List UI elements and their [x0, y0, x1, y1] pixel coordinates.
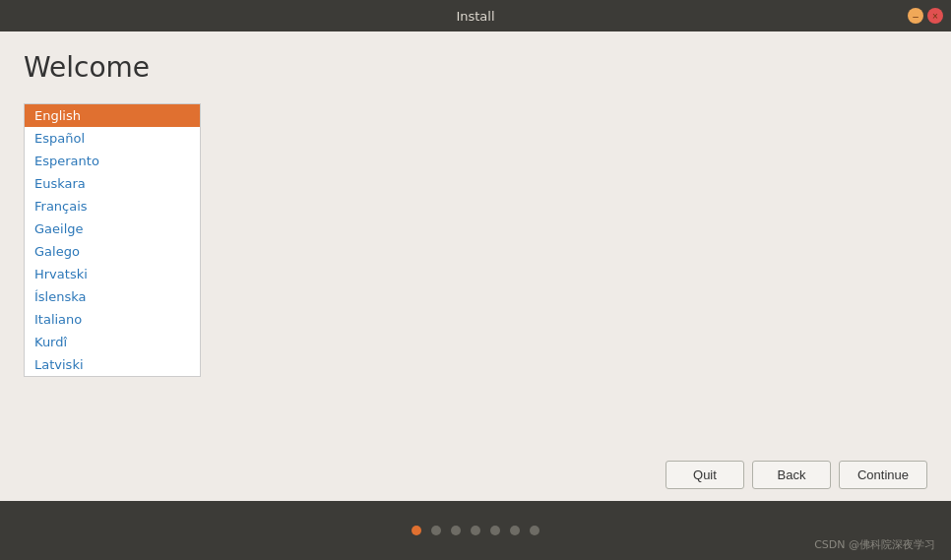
language-list[interactable]: EnglishEspañolEsperantoEuskaraFrançaisGa… [24, 103, 201, 377]
quit-button[interactable]: Quit [666, 461, 744, 489]
window-title: Install [456, 9, 494, 24]
back-button[interactable]: Back [752, 461, 831, 489]
language-item[interactable]: Français [25, 195, 200, 218]
watermark: CSDN @佛科院深夜学习 [814, 537, 935, 552]
progress-dot [431, 526, 441, 535]
language-item[interactable]: Español [25, 127, 200, 150]
language-item[interactable]: Italiano [25, 308, 200, 331]
language-item[interactable]: Kurdî [25, 331, 200, 353]
window-controls: – × [908, 8, 943, 24]
close-button[interactable]: × [927, 8, 943, 24]
progress-dots [412, 526, 539, 535]
language-item[interactable]: Latviski [25, 353, 200, 376]
progress-dot [510, 526, 520, 535]
footer: CSDN @佛科院深夜学习 [0, 501, 951, 560]
language-item[interactable]: Esperanto [25, 150, 200, 172]
progress-dot [451, 526, 461, 535]
language-item[interactable]: Euskara [25, 172, 200, 195]
page-title: Welcome [24, 51, 927, 84]
language-item[interactable]: English [25, 104, 200, 127]
progress-dot [530, 526, 539, 535]
language-item[interactable]: Galego [25, 240, 200, 263]
minimize-button[interactable]: – [908, 8, 923, 24]
bottom-bar: Quit Back Continue [24, 449, 927, 501]
language-item[interactable]: Hrvatski [25, 263, 200, 285]
progress-dot [412, 526, 421, 535]
language-item[interactable]: Íslenska [25, 285, 200, 308]
titlebar: Install – × [0, 0, 951, 31]
progress-dot [490, 526, 500, 535]
progress-dot [471, 526, 480, 535]
language-item[interactable]: Gaeilge [25, 218, 200, 240]
main-content: Welcome EnglishEspañolEsperantoEuskaraFr… [0, 31, 951, 501]
continue-button[interactable]: Continue [839, 461, 927, 489]
